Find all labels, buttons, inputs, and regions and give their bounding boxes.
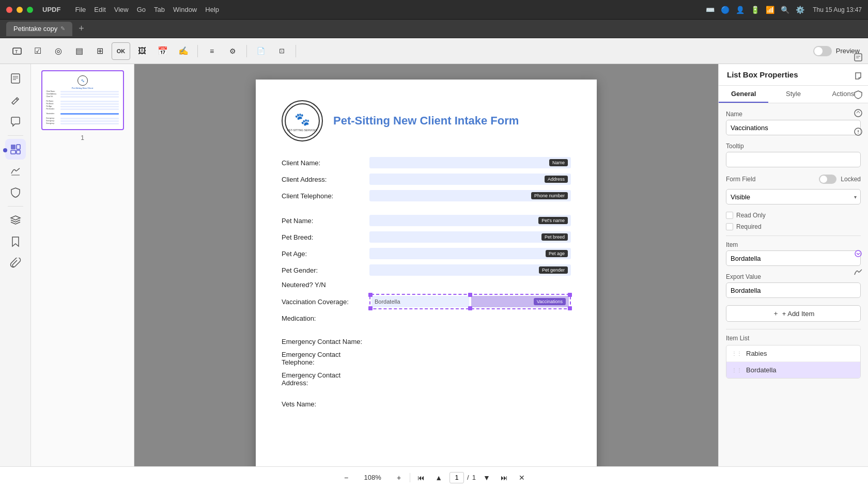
- panel-icon-7[interactable]: [850, 264, 866, 280]
- zoom-out-button[interactable]: −: [339, 471, 353, 484]
- combo-tool[interactable]: ⊞: [91, 42, 109, 60]
- date-tool[interactable]: 📅: [154, 42, 172, 60]
- client-address-field[interactable]: Address: [369, 174, 571, 185]
- button-tool[interactable]: OK: [112, 42, 130, 60]
- vaccination-field-container[interactable]: Bordatella Vaccinations: [369, 294, 571, 309]
- add-tab-button[interactable]: +: [76, 23, 86, 34]
- menu-file[interactable]: File: [75, 6, 86, 13]
- pet-age-field[interactable]: Pet age: [369, 248, 571, 259]
- sidebar-icon-sign[interactable]: [5, 161, 26, 181]
- add-item-button[interactable]: ＋ + Add Item: [726, 305, 861, 322]
- handle-br: [568, 306, 572, 310]
- pet-breed-field[interactable]: Pet breed: [369, 231, 571, 243]
- panel-icon-6[interactable]: [850, 246, 866, 261]
- first-page-button[interactable]: ⏮: [414, 471, 428, 484]
- extra-tool-1[interactable]: 📄: [252, 42, 270, 60]
- svg-point-22: [855, 250, 861, 257]
- select-tool[interactable]: ▤: [70, 42, 88, 60]
- menu-view[interactable]: View: [114, 6, 129, 13]
- total-pages: 1: [472, 474, 476, 481]
- menu-go[interactable]: Go: [137, 6, 146, 13]
- form-header: 🐾 PET-SITTING SERVICES Pet-Sitting New C…: [282, 100, 571, 141]
- tab-style[interactable]: Style: [768, 86, 818, 103]
- required-checkbox[interactable]: [726, 223, 733, 230]
- extra-tool-2[interactable]: ⊡: [273, 42, 290, 60]
- zoom-in-button[interactable]: +: [392, 471, 406, 484]
- current-page-input[interactable]: [450, 472, 464, 483]
- zoom-level[interactable]: 108%: [357, 474, 388, 481]
- sidebar-icon-comment[interactable]: [5, 112, 26, 132]
- prev-page-button[interactable]: ▲: [432, 471, 445, 484]
- sidebar-icon-layers[interactable]: [5, 210, 26, 230]
- list-item-rabies[interactable]: ⋮⋮ Rabies: [726, 345, 860, 362]
- text-field-tool[interactable]: T: [8, 42, 26, 60]
- locked-knob: [820, 176, 827, 183]
- menu-edit[interactable]: Edit: [94, 6, 105, 13]
- active-tab[interactable]: Petintake copy ✎: [6, 22, 72, 36]
- locked-toggle[interactable]: [819, 175, 836, 184]
- radio-tool[interactable]: ◎: [50, 42, 67, 60]
- drag-handle-icon-2[interactable]: ⋮⋮: [732, 367, 742, 373]
- item-input[interactable]: [726, 250, 861, 266]
- sidebar-icon-protect[interactable]: [5, 182, 26, 203]
- client-name-badge: Name: [549, 159, 568, 166]
- sidebar-icon-attach[interactable]: [5, 253, 26, 274]
- menu-help[interactable]: Help: [205, 6, 219, 13]
- vaccination-value-field[interactable]: Bordatella: [371, 296, 469, 307]
- menu-tab[interactable]: Tab: [154, 6, 165, 13]
- vaccination-badge-field[interactable]: Vaccinations: [471, 296, 569, 307]
- drag-handle-icon[interactable]: ⋮⋮: [732, 351, 742, 356]
- panel-icon-4[interactable]: [850, 105, 866, 121]
- document-page: 🐾 PET-SITTING SERVICES Pet-Sitting New C…: [256, 80, 597, 466]
- sidebar-icon-forms[interactable]: [5, 139, 26, 160]
- last-page-button[interactable]: ⏭: [498, 471, 511, 484]
- read-only-checkbox[interactable]: [726, 212, 733, 219]
- svg-point-18: [855, 109, 862, 117]
- tooltip-input[interactable]: [726, 152, 861, 167]
- sidebar-icon-edit[interactable]: [5, 90, 26, 111]
- form-logo: 🐾 PET-SITTING SERVICES: [282, 100, 323, 141]
- panel-icon-2[interactable]: [850, 68, 866, 84]
- form-row-emergency-tel: Emergency Contact Telephone:: [282, 351, 571, 366]
- search-icon[interactable]: 🔍: [781, 6, 789, 14]
- panel-icon-3[interactable]: [850, 87, 866, 102]
- close-zoom-button[interactable]: ✕: [515, 471, 529, 484]
- client-tel-badge: Phone number: [531, 192, 568, 199]
- panel-icon-5[interactable]: [850, 124, 866, 139]
- client-tel-field[interactable]: Phone number: [369, 190, 571, 201]
- close-button[interactable]: [6, 7, 12, 13]
- sidebar-icon-bookmark[interactable]: [5, 231, 26, 252]
- control-center-icon[interactable]: ⚙️: [796, 6, 804, 14]
- export-value-input[interactable]: [726, 282, 861, 298]
- align-tool[interactable]: ≡: [203, 42, 221, 60]
- page-thumbnail[interactable]: 🐾 Pet-Sitting New Client Client Name: Cl…: [41, 70, 124, 130]
- client-name-field[interactable]: Name: [369, 157, 571, 168]
- name-group: Name: [726, 111, 861, 135]
- sign-tool[interactable]: ✍: [175, 42, 192, 60]
- settings-tool[interactable]: ⚙: [224, 42, 241, 60]
- battery-icon: 🔋: [751, 6, 760, 14]
- minimize-button[interactable]: [17, 7, 23, 13]
- spacer-1: [282, 207, 571, 215]
- panel-icon-1[interactable]: [850, 64, 866, 65]
- menu-bar: File Edit View Go Tab Window Help: [75, 6, 219, 13]
- visibility-select[interactable]: Visible Hidden No Print No View: [726, 189, 861, 204]
- item-group: Item: [726, 241, 861, 266]
- list-item-bordatella[interactable]: ⋮⋮ Bordatella: [726, 362, 860, 378]
- tab-general[interactable]: General: [719, 86, 768, 103]
- image-tool[interactable]: 🖼: [133, 42, 151, 60]
- sidebar-divider: [8, 135, 23, 136]
- sidebar-icon-pages[interactable]: [5, 68, 26, 89]
- pet-name-field[interactable]: Pet's name: [369, 215, 571, 226]
- document-area[interactable]: 🐾 PET-SITTING SERVICES Pet-Sitting New C…: [134, 64, 718, 466]
- preview-toggle-switch[interactable]: [813, 46, 832, 56]
- checkbox-tool[interactable]: ☑: [29, 42, 47, 60]
- tab-edit-icon[interactable]: ✎: [60, 25, 65, 32]
- maximize-button[interactable]: [27, 7, 33, 13]
- pet-gender-field[interactable]: Pet gender: [369, 264, 571, 276]
- form-row-medication: Medication:: [282, 314, 571, 322]
- toolbar: T ☑ ◎ ▤ ⊞ OK 🖼 📅 ✍ ≡ ⚙ 📄 ⊡ Preview: [0, 38, 868, 64]
- menu-window[interactable]: Window: [173, 6, 197, 13]
- next-page-button[interactable]: ▼: [480, 471, 493, 484]
- name-input[interactable]: [726, 120, 861, 135]
